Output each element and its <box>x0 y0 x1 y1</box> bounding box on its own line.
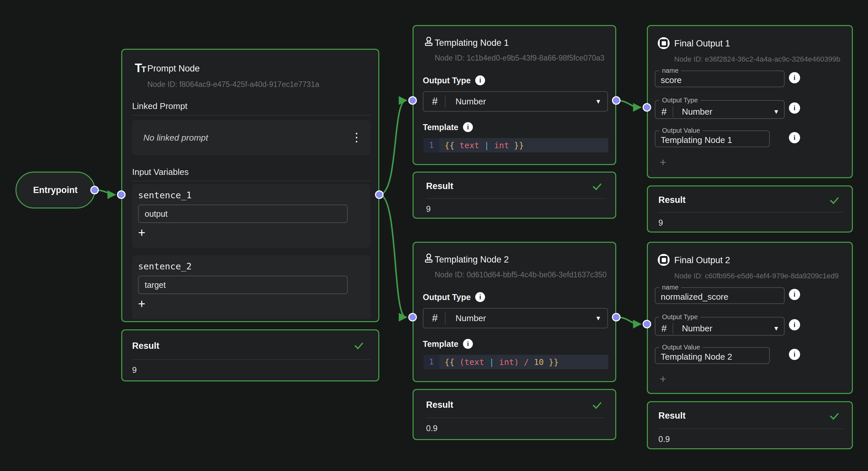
info-icon[interactable]: i <box>463 122 473 132</box>
handle-prompt-out[interactable] <box>375 190 383 199</box>
code-line: {{ (text | int) / 10 }} <box>439 355 608 369</box>
node-id: Node ID: f8064ac9-e475-425f-a40d-917ec1e… <box>147 80 319 89</box>
check-icon <box>352 339 365 351</box>
result-value: 0.9 <box>426 424 438 433</box>
name-field-label: name <box>659 67 681 74</box>
divider <box>132 359 370 360</box>
output-type-value: Number <box>682 324 712 334</box>
check-icon <box>591 180 603 192</box>
divider <box>132 115 370 115</box>
output-type-field[interactable]: Output Type # Number ▾ <box>655 97 785 119</box>
node-title: Templating Node 1 <box>435 38 509 48</box>
variable-name: sentence_2 <box>138 261 192 271</box>
output-value-field: Output Value <box>655 127 770 147</box>
result-title: Result <box>132 341 159 351</box>
name-input[interactable] <box>655 74 784 89</box>
name-input[interactable] <box>655 291 784 305</box>
handle-templating-2-in[interactable] <box>408 313 417 322</box>
template-label: Template <box>423 123 458 132</box>
info-icon[interactable]: i <box>789 319 800 330</box>
handle-templating-2-out[interactable] <box>612 313 621 322</box>
prompt-result-card[interactable]: Result 9 <box>121 329 379 381</box>
output-type-select[interactable]: # Number ▾ <box>423 91 608 112</box>
check-icon <box>828 194 841 206</box>
number-type-icon: # <box>661 323 666 334</box>
final-output-1-result-card[interactable]: Result 9 <box>647 186 853 233</box>
info-icon[interactable]: i <box>789 132 800 143</box>
final-output-2-result-card[interactable]: Result 0.9 <box>647 401 853 449</box>
variable-value-input[interactable] <box>138 205 348 223</box>
prompt-node[interactable]: TT Prompt Node Node ID: f8064ac9-e475-42… <box>121 49 379 322</box>
stamp-icon <box>422 253 435 267</box>
output-value-input[interactable] <box>655 134 769 148</box>
handle-entrypoint-out[interactable] <box>90 186 99 194</box>
info-icon[interactable]: i <box>475 292 485 302</box>
divider <box>132 181 370 181</box>
check-icon <box>828 409 841 422</box>
node-title: Final Output 1 <box>674 38 730 49</box>
output-type-value: Number <box>456 313 486 324</box>
chevron-down-icon: ▾ <box>774 324 778 333</box>
kebab-menu-icon[interactable]: ⋮ <box>351 131 363 143</box>
input-variables-heading: Input Variables <box>132 167 189 177</box>
output-type-select[interactable]: # Number ▾ <box>423 308 608 328</box>
variable-group-sentence-1: sentence_1 + <box>132 184 370 248</box>
add-output-button[interactable]: + <box>660 373 666 384</box>
output-type-field-label: Output Type <box>659 313 701 321</box>
output-type-label: Output Type <box>423 76 471 85</box>
add-output-button[interactable]: + <box>660 157 666 168</box>
info-icon[interactable]: i <box>789 102 800 114</box>
entrypoint-node[interactable]: Entrypoint <box>16 172 95 208</box>
edge-prompt-to-templating-2[interactable] <box>379 195 406 317</box>
node-title: Final Output 2 <box>674 255 730 266</box>
info-icon[interactable]: i <box>475 75 485 85</box>
handle-final-output-1-in[interactable] <box>643 103 651 112</box>
result-value: 9 <box>426 204 431 214</box>
text-prompt-icon: TT <box>135 62 146 74</box>
output-type-value: Number <box>682 107 712 117</box>
info-icon[interactable]: i <box>463 339 473 349</box>
info-icon[interactable]: i <box>789 72 800 83</box>
template-code-editor[interactable]: 1 {{ (text | int) / 10 }} <box>424 355 608 369</box>
add-variable-value-button[interactable]: + <box>138 297 145 310</box>
variable-value-input[interactable] <box>138 276 348 294</box>
handle-prompt-in[interactable] <box>117 190 126 199</box>
output-value-input[interactable] <box>655 351 769 365</box>
node-title: Templating Node 2 <box>435 255 509 265</box>
node-id: Node ID: e36f2824-36c2-4a4a-ac9c-3264e46… <box>674 55 840 64</box>
output-type-label: Output Type <box>423 293 471 302</box>
node-title: Prompt Node <box>147 64 200 74</box>
templating-node-2-result-card[interactable]: Result 0.9 <box>412 389 616 440</box>
template-code-editor[interactable]: 1 {{ text | int }} <box>424 138 608 153</box>
edge-prompt-to-templating-1[interactable] <box>379 100 406 195</box>
output-type-value: Number <box>456 97 486 107</box>
final-output-node-2[interactable]: Final Output 2 Node ID: c60fb956-e5d6-4e… <box>647 242 853 394</box>
divider <box>426 198 605 199</box>
node-id: Node ID: 1c1b4ed0-e9b5-43f9-8a66-98f5fce… <box>435 54 604 63</box>
handle-templating-1-in[interactable] <box>408 96 417 105</box>
divider <box>658 212 843 212</box>
info-icon[interactable]: i <box>789 349 800 360</box>
check-icon <box>591 399 603 411</box>
chevron-down-icon: ▾ <box>596 314 600 323</box>
variable-name: sentence_1 <box>138 190 192 200</box>
templating-node-2[interactable]: Templating Node 2 Node ID: 0d610d64-bbf5… <box>412 242 616 382</box>
chevron-down-icon: ▾ <box>774 107 778 116</box>
result-value: 9 <box>658 218 663 228</box>
output-type-field[interactable]: Output Type # Number ▾ <box>655 313 785 336</box>
final-output-node-1[interactable]: Final Output 1 Node ID: e36f2824-36c2-4a… <box>647 25 853 178</box>
final-output-icon <box>658 37 670 49</box>
add-variable-value-button[interactable]: + <box>138 226 145 239</box>
linked-prompt-box: No linked prompt ⋮ <box>132 120 370 155</box>
handle-final-output-2-in[interactable] <box>643 320 651 328</box>
divider <box>658 429 843 429</box>
info-icon[interactable]: i <box>789 289 800 300</box>
templating-node-1[interactable]: Templating Node 1 Node ID: 1c1b4ed0-e9b5… <box>412 25 616 165</box>
result-title: Result <box>426 181 454 191</box>
handle-templating-1-out[interactable] <box>612 96 621 105</box>
final-output-icon <box>658 254 670 266</box>
linked-prompt-heading: Linked Prompt <box>132 101 187 111</box>
templating-node-1-result-card[interactable]: Result 9 <box>412 172 616 219</box>
output-value-field-label: Output Value <box>659 343 703 351</box>
output-type-field-label: Output Type <box>659 97 701 104</box>
